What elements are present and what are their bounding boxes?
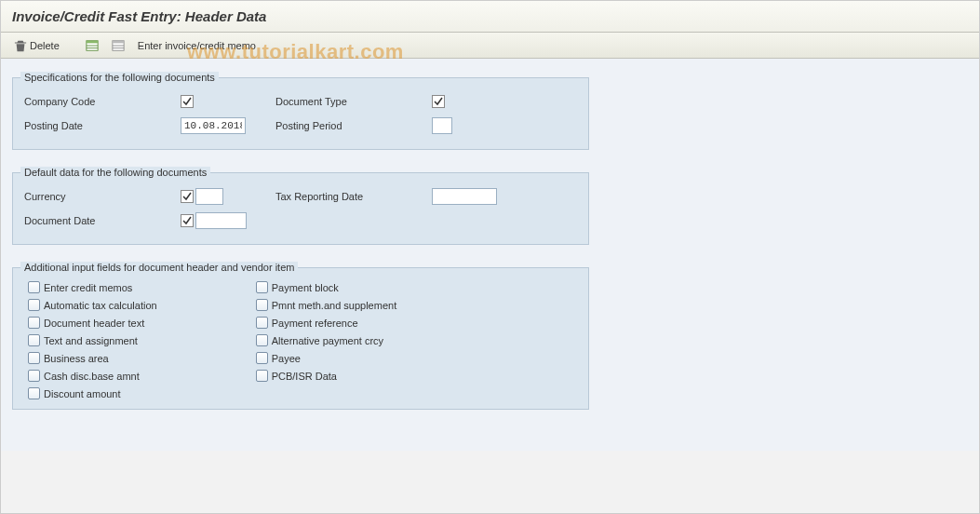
checkbox-icon xyxy=(256,317,268,329)
default-data-group: Default data for the following documents… xyxy=(12,172,589,245)
cb-label: Pmnt meth.and supplement xyxy=(272,300,397,311)
cb-pcb-isr[interactable]: PCB/ISR Data xyxy=(256,370,397,382)
toolbar-icon-2[interactable] xyxy=(108,37,128,54)
svg-rect-1 xyxy=(87,40,98,43)
content-area: Specifications for the following documen… xyxy=(1,59,979,451)
group-title: Additional input fields for document hea… xyxy=(20,262,298,273)
toolbar: Delete Enter invoice/credit memo xyxy=(1,33,979,59)
cb-pmnt-meth[interactable]: Pmnt meth.and supplement xyxy=(256,299,397,311)
cb-label: Cash disc.base amnt xyxy=(44,371,140,382)
page-title: Invoice/Credit Fast Entry: Header Data xyxy=(12,8,266,24)
checkbox-icon xyxy=(28,299,40,311)
tax-reporting-date-input[interactable] xyxy=(432,188,497,205)
enter-invoice-button[interactable]: Enter invoice/credit memo xyxy=(134,38,260,53)
document-date-label: Document Date xyxy=(22,215,181,226)
posting-period-label: Posting Period xyxy=(274,120,432,131)
posting-period-input[interactable] xyxy=(432,117,452,134)
cb-label: Payment reference xyxy=(272,318,358,329)
specifications-group: Specifications for the following documen… xyxy=(12,77,589,150)
document-type-checkbox[interactable] xyxy=(432,95,445,108)
posting-date-input[interactable] xyxy=(181,117,246,134)
document-date-input[interactable] xyxy=(195,212,247,229)
cb-cash-disc-base[interactable]: Cash disc.base amnt xyxy=(28,370,157,382)
cb-business-area[interactable]: Business area xyxy=(28,352,157,364)
checkbox-icon xyxy=(28,352,40,364)
delete-label: Delete xyxy=(30,40,60,51)
cb-label: Alternative payment crcy xyxy=(272,335,383,346)
checkbox-column-1: Enter credit memos Automatic tax calcula… xyxy=(22,281,157,399)
cb-label: PCB/ISR Data xyxy=(272,371,337,382)
checkbox-icon xyxy=(256,299,268,311)
delete-button[interactable]: Delete xyxy=(10,37,63,54)
cb-discount-amount[interactable]: Discount amount xyxy=(28,387,157,399)
cb-payment-block[interactable]: Payment block xyxy=(256,281,397,293)
checkbox-icon xyxy=(28,370,40,382)
cb-label: Enter credit memos xyxy=(44,282,132,293)
cb-label: Document header text xyxy=(44,318,144,329)
checkbox-icon xyxy=(28,317,40,329)
cb-label: Payee xyxy=(272,353,301,364)
currency-input[interactable] xyxy=(195,188,223,205)
currency-checkbox[interactable] xyxy=(181,190,194,203)
cb-label: Payment block xyxy=(272,282,339,293)
title-bar: Invoice/Credit Fast Entry: Header Data xyxy=(1,1,979,33)
currency-label: Currency xyxy=(22,191,181,202)
cb-alt-payment-crcy[interactable]: Alternative payment crcy xyxy=(256,334,397,346)
svg-rect-5 xyxy=(113,40,124,43)
checkbox-icon xyxy=(28,387,40,399)
document-type-label: Document Type xyxy=(274,96,432,107)
checkbox-icon xyxy=(256,352,268,364)
group-title: Default data for the following documents xyxy=(20,167,210,178)
cb-label: Discount amount xyxy=(44,388,121,399)
cb-text-assignment[interactable]: Text and assignment xyxy=(28,334,157,346)
document-date-checkbox[interactable] xyxy=(181,214,194,227)
checkbox-icon xyxy=(256,370,268,382)
cb-label: Text and assignment xyxy=(44,335,138,346)
grid-icon xyxy=(112,39,125,52)
toolbar-icon-1[interactable] xyxy=(82,37,102,54)
trash-icon xyxy=(14,39,27,52)
cb-label: Business area xyxy=(44,353,109,364)
checkbox-icon xyxy=(256,334,268,346)
checkbox-column-2: Payment block Pmnt meth.and supplement P… xyxy=(250,281,397,399)
company-code-checkbox[interactable] xyxy=(181,95,194,108)
checkbox-icon xyxy=(28,281,40,293)
tax-reporting-date-label: Tax Reporting Date xyxy=(274,191,432,202)
cb-payee[interactable]: Payee xyxy=(256,352,397,364)
checkbox-icon xyxy=(256,281,268,293)
cb-payment-reference[interactable]: Payment reference xyxy=(256,317,397,329)
posting-date-label: Posting Date xyxy=(22,120,181,131)
enter-invoice-label: Enter invoice/credit memo xyxy=(138,40,256,51)
cb-enter-credit-memos[interactable]: Enter credit memos xyxy=(28,281,157,293)
cb-doc-header-text[interactable]: Document header text xyxy=(28,317,157,329)
cb-label: Automatic tax calculation xyxy=(44,300,157,311)
group-title: Specifications for the following documen… xyxy=(20,72,219,83)
cb-automatic-tax[interactable]: Automatic tax calculation xyxy=(28,299,157,311)
grid-green-icon xyxy=(86,39,99,52)
checkbox-icon xyxy=(28,334,40,346)
company-code-label: Company Code xyxy=(22,96,181,107)
additional-fields-group: Additional input fields for document hea… xyxy=(12,267,589,410)
